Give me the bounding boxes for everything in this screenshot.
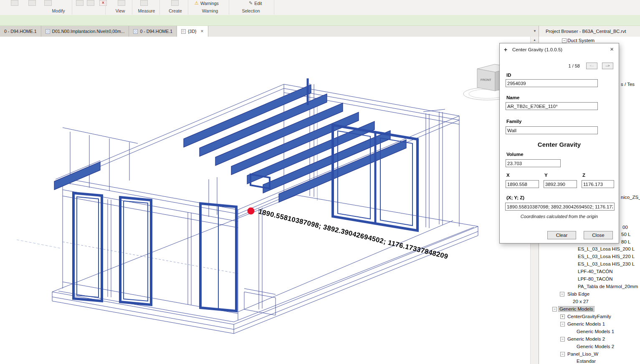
- roof-beams-selected[interactable]: [54, 85, 406, 202]
- tree-item[interactable]: Estandar: [539, 358, 640, 364]
- collapse-icon[interactable]: −: [562, 38, 567, 43]
- tree-item-label[interactable]: CenterGravityFamily: [567, 314, 611, 319]
- tree-item-label[interactable]: 20 x 27: [573, 299, 589, 304]
- tree-item-label[interactable]: 00: [622, 225, 628, 230]
- view-tab-bar: 0 - D94.HOME.1D01.N00.Implantacion.Nivel…: [0, 26, 640, 37]
- tree-item[interactable]: Generic Models 2: [539, 344, 640, 350]
- tree-item[interactable]: −Generic Models: [539, 306, 640, 313]
- tree-item-label[interactable]: 80 L: [621, 239, 630, 244]
- scroll-up-icon[interactable]: ▲: [531, 37, 539, 43]
- element-counter: 1 / 58: [550, 63, 580, 68]
- tree-item[interactable]: LPF-80_TACÓN: [539, 276, 640, 283]
- xyz-field[interactable]: [505, 203, 615, 211]
- tree-item-label[interactable]: Generic Models 2: [567, 336, 605, 341]
- tree-item[interactable]: −Generic Models 2: [539, 336, 640, 343]
- prev-element-button[interactable]: <--: [586, 63, 597, 69]
- expand-icon[interactable]: +: [560, 314, 565, 319]
- tree-item[interactable]: PA_Tabla de Mármol_20mm: [539, 284, 640, 290]
- tree-item[interactable]: +CenterGravityFamily: [539, 314, 640, 320]
- tree-item[interactable]: −Panel_Liso_W: [539, 351, 640, 358]
- edit-button[interactable]: ✎ Edit: [249, 0, 271, 6]
- tree-item[interactable]: LPF-40_TACÓN: [539, 269, 640, 275]
- view-tabs: 0 - D94.HOME.1D01.N00.Implantacion.Nivel…: [0, 26, 208, 37]
- tree-item-label[interactable]: PA_Tabla de Mármol_20mm: [578, 284, 638, 289]
- tree-item-label[interactable]: Generic Models 1: [577, 329, 614, 334]
- ribbon-group-modify: Modify: [42, 8, 75, 13]
- viewcube-front-label[interactable]: FRONT: [481, 78, 491, 82]
- ribbon-group-measure: Measure: [134, 8, 159, 13]
- id-field[interactable]: [506, 79, 598, 87]
- dialog-close-icon[interactable]: ×: [610, 46, 614, 52]
- tree-item-label[interactable]: nico_ZS_2: [621, 195, 640, 200]
- move-icon[interactable]: [11, 0, 18, 6]
- align-icon[interactable]: [76, 0, 83, 6]
- tree-item[interactable]: ES_L_03_Losa HIS_220 L: [539, 254, 640, 260]
- tree-item-label[interactable]: Slab Edge: [567, 291, 589, 296]
- view-tab-label: 0 - D94.HOME.1: [4, 29, 37, 34]
- mirror-icon[interactable]: [44, 0, 52, 6]
- x-field[interactable]: [506, 180, 539, 188]
- warnings-button[interactable]: ⚠ Warnings: [195, 0, 226, 6]
- y-field[interactable]: [544, 180, 577, 188]
- ribbon-separator: [159, 0, 160, 15]
- dialog-title: Center Gravity (1.0.0.5): [512, 47, 562, 52]
- measure-tool-icon[interactable]: [140, 0, 148, 6]
- collapse-icon[interactable]: −: [560, 352, 565, 356]
- ribbon-separator: [274, 0, 274, 15]
- tree-item-label[interactable]: LPF-80_TACÓN: [578, 276, 613, 281]
- tree-item-label[interactable]: ES_L_03_Losa HIS_220 L: [578, 254, 635, 259]
- tree-item-label[interactable]: Panel_Liso_W: [567, 351, 598, 356]
- project-browser-title: Project Browser - B63A_Central_BC.rvt: [539, 26, 640, 37]
- volume-field[interactable]: [506, 159, 561, 167]
- coordinates-note: Coordinates calculated from the origin: [500, 214, 619, 219]
- dialog-move-icon[interactable]: +: [504, 46, 507, 53]
- family-field[interactable]: [506, 126, 598, 134]
- tab-overflow-icon[interactable]: ▼: [531, 26, 539, 37]
- create-tool-icon[interactable]: [171, 0, 179, 6]
- tree-item-label[interactable]: ES_L_03_Losa HIS_200 L: [578, 246, 635, 251]
- tree-item-label[interactable]: 50 L: [621, 232, 630, 237]
- tree-item-label[interactable]: ES_L_03_Losa HIS_230 L: [578, 261, 635, 266]
- rotate-icon[interactable]: [28, 0, 36, 6]
- tree-item[interactable]: Generic Models 1: [539, 329, 640, 335]
- tree-item[interactable]: ES_L_03_Losa HIS_230 L: [539, 261, 640, 268]
- tree-item-label[interactable]: LPF-40_TACÓN: [578, 269, 613, 274]
- tree-item[interactable]: −Generic Models 1: [539, 321, 640, 328]
- view-tab-0[interactable]: 0 - D94.HOME.1: [0, 26, 41, 37]
- name-field[interactable]: [506, 102, 598, 110]
- tab-close-icon[interactable]: ×: [201, 28, 204, 34]
- tree-item-label[interactable]: Generic Models 1: [567, 321, 605, 326]
- tree-item[interactable]: 20 x 27: [539, 299, 640, 305]
- view-tab-2[interactable]: 0 - D94.HOME.1: [129, 26, 177, 37]
- clear-button[interactable]: Clear: [547, 231, 576, 239]
- tree-item-label[interactable]: Generic Models 2: [577, 344, 614, 349]
- close-button[interactable]: Close: [584, 231, 613, 239]
- delete-icon[interactable]: ×: [99, 0, 107, 6]
- view-tab-1[interactable]: D01.N00.Implantacion.Nivel±0,00m...: [41, 26, 129, 37]
- model-viewport[interactable]: 1890.55810387098; 3892.39042694502; 1176…: [0, 37, 530, 364]
- ribbon-group-view: View: [108, 8, 133, 13]
- collapse-icon[interactable]: −: [560, 337, 565, 341]
- family-label: Family: [506, 119, 521, 124]
- view-tab-3[interactable]: {3D}×: [177, 26, 208, 37]
- ribbon-group-create: Create: [162, 8, 189, 13]
- center-gravity-point[interactable]: [248, 208, 255, 215]
- id-label: ID: [506, 73, 511, 78]
- collapse-icon[interactable]: −: [560, 322, 565, 326]
- tree-item[interactable]: ES_L_03_Losa HIS_200 L: [539, 246, 640, 253]
- view-tool-icon[interactable]: [118, 0, 125, 6]
- z-label: Z: [582, 173, 585, 178]
- tree-item-label[interactable]: Estandar: [577, 359, 596, 364]
- z-field[interactable]: [582, 180, 614, 188]
- tree-item-label[interactable]: Generic Models: [559, 306, 594, 311]
- next-element-button[interactable]: -->: [602, 63, 613, 69]
- collapse-icon[interactable]: −: [552, 307, 557, 311]
- split-icon[interactable]: [87, 0, 94, 6]
- tree-item[interactable]: −Slab Edge: [539, 291, 640, 298]
- 3d-view-icon: [181, 29, 186, 34]
- tree-item-label[interactable]: s / Tes: [621, 82, 635, 87]
- tree-item-label[interactable]: Duct System: [567, 38, 594, 43]
- volume-label: Volume: [506, 152, 524, 157]
- ribbon: × ⚠ Warnings ✎ Edit Modify View Measure …: [0, 0, 640, 15]
- collapse-icon[interactable]: −: [560, 292, 564, 296]
